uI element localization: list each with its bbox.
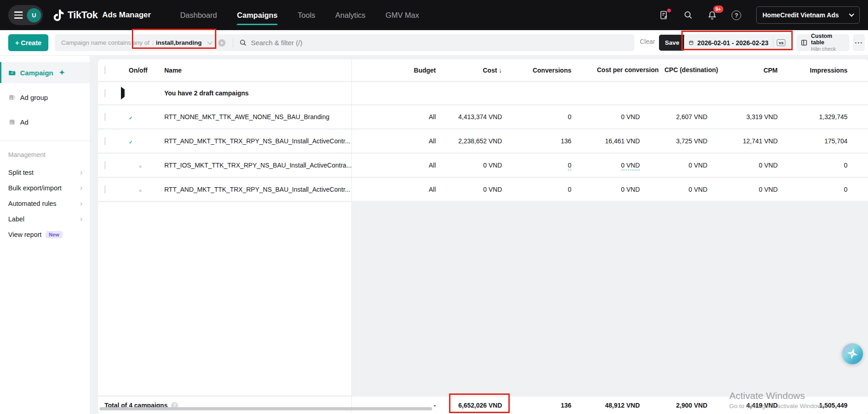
expand-triangle-icon[interactable] bbox=[121, 87, 125, 100]
campaign-row[interactable]: ✓ RTT_NONE_MKT_TTK_AWE_NONE_NS_BAU_Brand… bbox=[98, 105, 868, 128]
nav-gmv-max[interactable]: GMV Max bbox=[386, 11, 419, 20]
sidebar-item-automated-rules[interactable]: Automated rules › bbox=[0, 196, 90, 211]
horizontal-scrollbar[interactable] bbox=[99, 407, 432, 410]
cell-impressions: 0 bbox=[778, 186, 847, 193]
date-range-picker[interactable]: 2026-02-01 - 2026-02-23 vs bbox=[684, 34, 790, 51]
divider bbox=[233, 38, 233, 47]
nav-analytics[interactable]: Analytics bbox=[335, 11, 366, 20]
column-header-cost-per-conversion[interactable]: Cost per conversion bbox=[571, 66, 640, 74]
row-checkbox[interactable] bbox=[105, 113, 105, 121]
campaign-row[interactable]: ✓ RTT_AND_MKT_TTK_TRX_RPY_NS_BAU_Install… bbox=[98, 130, 868, 152]
total-cost: 6,652,026 VND bbox=[436, 402, 502, 409]
calendar-icon bbox=[689, 39, 694, 47]
filter-chip-value[interactable]: install,branding bbox=[156, 39, 202, 46]
ad-group-icon bbox=[8, 94, 16, 101]
campaign-row[interactable]: ✕ RTT_IOS_MKT_TTK_TRX_RPY_NS_BAU_Install… bbox=[98, 154, 868, 177]
campaign-name[interactable]: RTT_NONE_MKT_TTK_AWE_NONE_NS_BAU_Brandin… bbox=[157, 113, 351, 121]
sidebar-item-campaign[interactable]: Campaign ✦ bbox=[0, 62, 90, 83]
search-icon[interactable] bbox=[683, 10, 694, 21]
custom-table-button[interactable]: Custom table Hân check bbox=[796, 34, 849, 51]
date-range-value: 2026-02-01 - 2026-02-23 bbox=[697, 39, 769, 47]
help-icon[interactable]: ? bbox=[731, 10, 742, 21]
column-header-cpm[interactable]: CPM bbox=[707, 67, 778, 74]
campaign-name[interactable]: RTT_AND_MKT_TTK_TRX_RPY_NS_BAU_Install_A… bbox=[157, 186, 351, 193]
top-navbar: U TikTok Ads Manager Dashboard Campaigns… bbox=[0, 0, 868, 30]
cell-conversions: 136 bbox=[502, 137, 571, 145]
sidebar-item-view-report[interactable]: View report New bbox=[0, 227, 90, 242]
save-filters-button[interactable]: Save bbox=[659, 35, 685, 51]
sidebar-item-label: Split test bbox=[8, 169, 34, 176]
filter-chip-colon: : bbox=[152, 39, 154, 46]
filter-chip-remove-icon[interactable]: × bbox=[218, 39, 225, 47]
chevron-right-icon: › bbox=[80, 215, 83, 224]
fixed-columns-panel bbox=[98, 202, 351, 395]
row-checkbox[interactable] bbox=[105, 89, 105, 97]
compare-vs-button[interactable]: vs bbox=[777, 39, 785, 46]
brand-logo: TikTok Ads Manager bbox=[53, 9, 151, 21]
clear-filters-button[interactable]: Clear bbox=[640, 38, 655, 45]
sidebar-item-label-menu[interactable]: Label › bbox=[0, 211, 90, 227]
filter-chip-label: Campaign name contains any of bbox=[61, 39, 150, 46]
cell-conversions: 0 bbox=[502, 186, 571, 193]
campaign-row[interactable]: ✕ RTT_AND_MKT_TTK_TRX_RPY_NS_BAU_Install… bbox=[98, 178, 868, 201]
chevron-down-icon[interactable] bbox=[207, 39, 212, 44]
search-placeholder[interactable]: Search & filter (/) bbox=[251, 39, 303, 47]
table-header-row: On/off Name Budget Cost ↓ Conversions Co… bbox=[98, 59, 868, 81]
notification-dot bbox=[667, 9, 671, 12]
draft-campaigns-row[interactable]: You have 2 draft campaigns bbox=[98, 82, 868, 104]
sort-desc-icon[interactable]: ↓ bbox=[499, 67, 502, 74]
sidebar-item-split-test[interactable]: Split test › bbox=[0, 165, 90, 180]
nav-tools[interactable]: Tools bbox=[298, 11, 315, 20]
total-conversions: 136 bbox=[502, 402, 571, 409]
table-empty-area bbox=[98, 202, 868, 395]
column-header-budget[interactable]: Budget bbox=[351, 67, 436, 74]
column-header-onoff[interactable]: On/off bbox=[117, 67, 157, 74]
column-header-cost[interactable]: Cost ↓ bbox=[436, 67, 502, 74]
select-all-checkbox[interactable] bbox=[105, 66, 105, 74]
row-checkbox[interactable] bbox=[105, 137, 105, 145]
column-header-impressions[interactable]: Impressions bbox=[778, 67, 847, 74]
folder-icon bbox=[8, 69, 16, 77]
hamburger-icon[interactable] bbox=[14, 11, 23, 18]
cell-cpc: 0 VND bbox=[640, 186, 707, 193]
sidebar-item-label: Label bbox=[8, 215, 24, 223]
total-cost-per-conversion: 48,912 VND bbox=[571, 402, 640, 409]
row-checkbox[interactable] bbox=[105, 161, 105, 169]
columns-icon bbox=[800, 39, 808, 47]
cell-cost-per-conversion: 0 VND bbox=[571, 113, 640, 121]
sidebar-item-bulk-export-import[interactable]: Bulk export/import › bbox=[0, 180, 90, 196]
custom-table-subtitle: Hân check bbox=[811, 46, 845, 52]
cell-impressions: 175,704 bbox=[778, 137, 847, 145]
drafts-icon[interactable] bbox=[659, 10, 669, 21]
sidebar-item-ad-group[interactable]: Ad group bbox=[0, 87, 90, 108]
row-checkbox[interactable] bbox=[105, 185, 105, 194]
column-header-conversions[interactable]: Conversions bbox=[502, 67, 571, 74]
assistant-star-icon bbox=[844, 346, 861, 362]
search-filter-bar[interactable]: Campaign name contains any of : install,… bbox=[55, 34, 634, 51]
nav-dashboard[interactable]: Dashboard bbox=[180, 11, 217, 20]
nav-campaigns[interactable]: Campaigns bbox=[237, 11, 277, 20]
create-button[interactable]: + Create bbox=[8, 34, 48, 51]
cell-budget: All bbox=[351, 186, 436, 193]
new-badge: New bbox=[46, 231, 63, 238]
sidebar-item-label: Automated rules bbox=[8, 200, 57, 207]
campaign-name[interactable]: RTT_IOS_MKT_TTK_TRX_RPY_NS_BAU_Install_A… bbox=[157, 162, 351, 169]
user-avatar[interactable]: U bbox=[27, 8, 41, 22]
sidebar-item-ad[interactable]: Ad bbox=[0, 111, 90, 132]
notifications-bell-icon[interactable]: 9+ bbox=[707, 10, 718, 21]
notifications-count-badge: 9+ bbox=[713, 5, 723, 13]
custom-table-title: Custom table bbox=[811, 33, 845, 46]
account-switcher[interactable]: HomeCredit Vietnam Ads bbox=[756, 6, 860, 24]
column-header-cpc[interactable]: CPC (destination) bbox=[640, 66, 707, 74]
cell-conversions: 0 bbox=[502, 162, 571, 169]
cell-cost: 0 VND bbox=[436, 162, 502, 169]
assistant-fab[interactable] bbox=[842, 343, 863, 364]
column-header-name[interactable]: Name bbox=[157, 67, 351, 74]
table-total-row: Total of 4 campaigns ? - 6,652,026 VND 1… bbox=[98, 397, 868, 414]
cell-cost-per-conversion: 0 VND bbox=[571, 186, 640, 193]
more-options-button[interactable]: ··· bbox=[853, 34, 865, 51]
sidebar-item-label: Ad group bbox=[20, 94, 48, 101]
menu-account-pill[interactable]: U bbox=[8, 5, 43, 25]
campaign-name[interactable]: RTT_AND_MKT_TTK_TRX_RPY_NS_BAU_Install_A… bbox=[157, 137, 351, 145]
divider bbox=[773, 38, 774, 47]
